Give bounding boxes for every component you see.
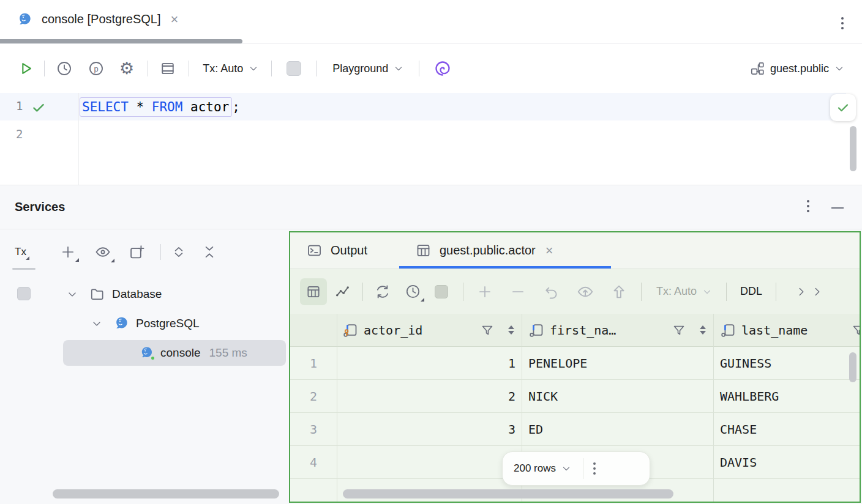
cell-first-name[interactable]: NICK [522, 380, 714, 413]
services-panel-header: Services [0, 185, 862, 229]
primary-key-column-icon [342, 322, 359, 338]
chevron-down-icon[interactable] [66, 288, 78, 300]
next-page-icon[interactable] [795, 285, 808, 298]
filter-icon[interactable] [851, 323, 860, 338]
cell-first-name[interactable]: PENELOPE [522, 347, 714, 380]
stop-process-button [17, 287, 31, 300]
tree-item-console[interactable]: console 155 ms [140, 339, 247, 367]
tx-filter-button[interactable]: Tx [15, 246, 26, 258]
pager-kebab-icon[interactable] [593, 462, 596, 475]
grid-icon [305, 284, 321, 300]
in-editor-results-icon[interactable] [159, 60, 176, 77]
view-options-eye-icon[interactable] [94, 243, 111, 261]
no-problems-check-icon [836, 100, 850, 115]
history-icon[interactable] [56, 60, 73, 77]
settings-gear-icon[interactable]: ⚙ [119, 61, 134, 77]
schema-switcher[interactable]: guest.public [749, 61, 845, 76]
page-size-dropdown[interactable]: 200 rows [514, 462, 556, 475]
folder-icon [89, 286, 105, 302]
table-row[interactable]: 2 2 NICK WAHLBERG [290, 380, 860, 413]
cell-actor-id[interactable]: 2 [337, 380, 522, 413]
add-service-button[interactable] [60, 244, 76, 260]
cell-last-name[interactable]: CHASE [714, 413, 860, 446]
row-number[interactable]: 2 [290, 380, 337, 413]
sql-table-name: actor [190, 100, 229, 114]
row-number[interactable]: 1 [290, 347, 337, 380]
results-tab-bar: Output guest.public.actor × [290, 232, 860, 269]
tree-item-database[interactable]: Database [66, 280, 162, 308]
refresh-icon[interactable] [374, 283, 391, 300]
ai-assistant-icon[interactable] [434, 60, 451, 77]
chevron-down-icon[interactable] [91, 317, 103, 330]
chevron-down-icon [834, 63, 845, 74]
chevron-down-icon [248, 63, 259, 74]
last-page-icon[interactable] [811, 285, 824, 298]
connected-status-dot [150, 355, 156, 361]
column-header-first-name[interactable]: first_na… [522, 314, 714, 347]
sort-icon[interactable] [700, 325, 706, 335]
tree-item-postgresql[interactable]: PostgreSQL [91, 309, 200, 338]
editor-scrollbar-thumb[interactable] [850, 126, 856, 171]
postgresql-icon [17, 12, 33, 28]
parameters-icon[interactable]: p [88, 60, 105, 77]
inspection-status-widget[interactable] [830, 94, 856, 121]
chart-view-button[interactable] [334, 283, 351, 300]
schema-label: guest.public [770, 62, 829, 75]
expand-all-icon[interactable] [171, 244, 187, 260]
tab-output[interactable]: Output [306, 232, 367, 269]
tree-hscrollbar-thumb[interactable] [53, 489, 279, 498]
table-row[interactable]: 1 1 PENELOPE GUINESS [290, 347, 860, 380]
row-number[interactable]: 4 [290, 446, 337, 479]
column-name: first_na… [550, 323, 616, 338]
row-number-header[interactable] [290, 314, 337, 347]
line-number[interactable]: 2 [16, 127, 23, 141]
filter-icon[interactable] [672, 323, 686, 338]
window-kebab-menu-icon[interactable] [841, 17, 844, 29]
cell-last-name[interactable]: GUINESS [714, 347, 860, 380]
query-history-icon[interactable] [405, 283, 421, 300]
column-name: last_name [741, 323, 808, 338]
line-number[interactable]: 1 [16, 99, 23, 113]
chevron-down-icon[interactable] [561, 463, 572, 474]
ddl-button[interactable]: DDL [740, 285, 762, 298]
cell-last-name[interactable]: DAVIS [714, 446, 860, 479]
filter-icon[interactable] [480, 323, 495, 338]
tab-label: guest.public.actor [440, 243, 536, 258]
sort-icon[interactable] [508, 325, 514, 335]
postgresql-icon [114, 316, 130, 332]
sql-editor[interactable]: 1 2 SELECT * FROM actor; [0, 93, 862, 185]
results-tx-dropdown[interactable]: Tx: Auto [656, 285, 713, 298]
cell-actor-id[interactable]: 3 [337, 413, 522, 446]
cell-actor-id[interactable] [337, 446, 522, 479]
cell-actor-id[interactable]: 1 [337, 347, 522, 380]
tx-mode-dropdown[interactable]: Tx: Auto [203, 62, 259, 75]
row-number[interactable]: 3 [290, 413, 337, 446]
open-in-new-tab-icon[interactable] [129, 243, 146, 261]
terminal-icon [306, 242, 323, 259]
services-options-kebab-icon[interactable] [807, 200, 809, 212]
cell-last-name[interactable]: WAHLBERG [714, 380, 860, 413]
tab-result-grid[interactable]: guest.public.actor × [415, 232, 553, 269]
session-dropdown[interactable]: Playground [332, 62, 404, 75]
column-header-actor-id[interactable]: actor_id [337, 314, 522, 347]
minimize-icon[interactable] [831, 207, 844, 209]
statement-highlight-box: SELECT * FROM actor [80, 97, 232, 117]
cell-first-name[interactable]: ED [522, 413, 714, 446]
chevron-down-icon [702, 286, 713, 297]
close-icon[interactable]: × [171, 13, 179, 26]
submit-button [610, 283, 628, 300]
grid-hscrollbar-thumb[interactable] [343, 489, 673, 498]
run-button[interactable] [17, 60, 34, 77]
sql-star: * [137, 100, 144, 114]
sql-statement[interactable]: SELECT * FROM actor; [80, 93, 240, 120]
table-row[interactable]: 3 3 ED CHASE [290, 413, 860, 446]
collapse-all-icon[interactable] [201, 244, 217, 260]
column-header-last-name[interactable]: last_name [714, 314, 860, 347]
tx-label: Tx: Auto [656, 285, 697, 298]
editor-tab-console[interactable]: console [PostgreSQL] [42, 12, 161, 26]
grid-view-button[interactable] [300, 278, 327, 305]
close-icon[interactable]: × [545, 244, 553, 258]
statement-executed-check-icon[interactable] [31, 100, 47, 116]
grid-vscrollbar-thumb[interactable] [849, 352, 856, 382]
tab-scrollbar-thumb[interactable] [0, 39, 242, 43]
